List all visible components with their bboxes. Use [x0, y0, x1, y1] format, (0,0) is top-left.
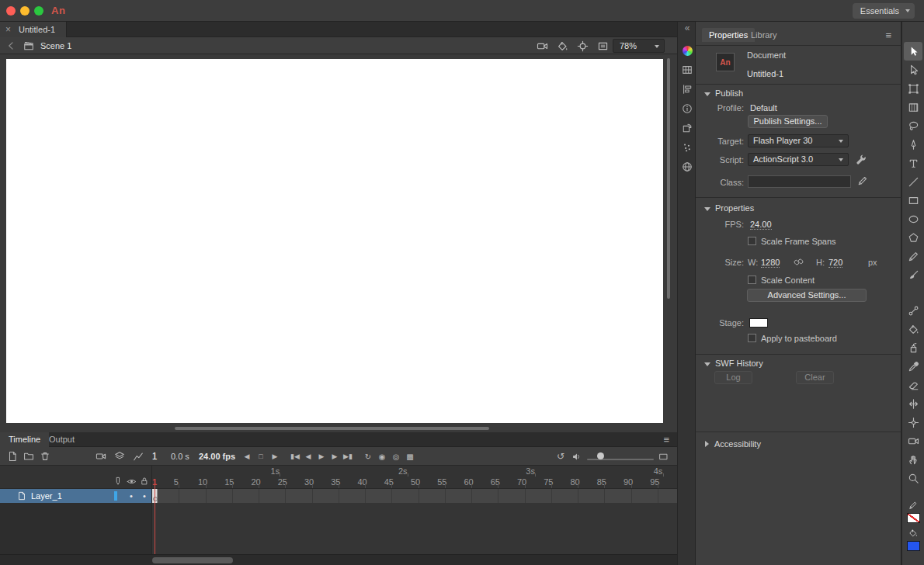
graph-editor-icon[interactable]	[132, 450, 144, 463]
prev-keyframe-icon[interactable]: ◀	[241, 450, 253, 463]
lasso-tool[interactable]	[904, 116, 922, 135]
polystar-tool[interactable]	[904, 228, 922, 247]
workspace-switcher-button[interactable]: Essentials	[853, 3, 915, 19]
scrollbar-thumb[interactable]	[175, 427, 489, 430]
minimize-window-icon[interactable]	[20, 6, 30, 16]
layer-lock-dot[interactable]: •	[140, 489, 149, 503]
stage-vertical-scrollbar[interactable]	[665, 54, 672, 423]
timeline-zoom-slider[interactable]	[587, 459, 654, 460]
close-tab-icon[interactable]: ×	[5, 22, 11, 37]
next-keyframe-icon[interactable]: ▶	[269, 450, 281, 463]
layer-visibility-dot[interactable]: •	[127, 489, 136, 503]
camera-toggle-icon[interactable]	[536, 40, 548, 52]
edit-multiple-frames-icon[interactable]: ▩	[404, 450, 416, 463]
highlight-column-icon[interactable]	[113, 476, 123, 487]
new-folder-icon[interactable]	[23, 450, 35, 463]
playhead-frame-label[interactable]: 1	[152, 477, 157, 487]
camera-tool[interactable]	[904, 432, 922, 450]
scrollbar-thumb[interactable]	[667, 58, 670, 299]
go-first-frame-icon[interactable]: ▮◀	[289, 450, 301, 463]
onion-skin-icon[interactable]: ◉	[376, 450, 388, 463]
zoom-tool[interactable]	[904, 469, 922, 487]
timeline-sound-icon[interactable]	[570, 450, 582, 463]
link-width-height-icon[interactable]	[794, 257, 804, 268]
loop-icon[interactable]: ↻	[362, 450, 374, 463]
clip-content-icon[interactable]	[596, 40, 609, 52]
hand-tool[interactable]	[904, 450, 922, 469]
timeline-zoom-slider-knob[interactable]	[597, 452, 604, 459]
cc-libraries-panel-icon[interactable]	[678, 158, 696, 175]
selection-tool[interactable]	[904, 42, 922, 61]
layer-row[interactable]: Layer_1 • •	[0, 489, 152, 503]
ink-bottle-tool[interactable]	[904, 338, 922, 357]
accessibility-section-header[interactable]: Accessibility	[696, 438, 901, 450]
gradient-transform-tool[interactable]	[904, 98, 922, 116]
play-icon[interactable]: ▶	[315, 450, 328, 463]
lock-column-icon[interactable]	[139, 476, 150, 487]
eyedropper-tool[interactable]	[904, 357, 922, 376]
stage-color-swatch[interactable]	[749, 318, 768, 328]
stage-horizontal-scrollbar[interactable]	[0, 425, 664, 432]
reset-timeline-zoom-icon[interactable]: ↺	[554, 450, 567, 463]
swf-log-button[interactable]: Log	[714, 371, 752, 384]
transform-panel-icon[interactable]	[678, 120, 696, 137]
tab-library[interactable]: Library	[744, 28, 784, 42]
layer-highlight-swatch[interactable]	[114, 491, 117, 501]
target-select[interactable]: Flash Player 30	[748, 134, 849, 147]
stage-pasteboard[interactable]	[0, 54, 677, 432]
align-panel-icon[interactable]	[678, 81, 696, 98]
oval-tool[interactable]	[904, 210, 922, 228]
step-back-icon[interactable]: ◀	[302, 450, 314, 463]
stage-canvas[interactable]	[6, 59, 663, 423]
pen-tool[interactable]	[904, 135, 922, 154]
stroke-color-swatch[interactable]	[907, 513, 920, 523]
class-input[interactable]	[748, 175, 851, 188]
delete-layer-icon[interactable]	[39, 450, 51, 463]
width-tool[interactable]	[904, 394, 922, 413]
script-settings-wrench-icon[interactable]	[856, 154, 867, 165]
timeline-panel-menu-icon[interactable]: ≡	[663, 434, 669, 445]
swf-clear-button[interactable]: Clear	[796, 371, 834, 384]
tab-output[interactable]: Output	[40, 432, 83, 447]
swatches-panel-icon[interactable]	[678, 61, 696, 78]
scale-content-checkbox[interactable]	[748, 276, 756, 284]
properties-section-header[interactable]: Properties	[696, 202, 901, 214]
bone-tool[interactable]	[904, 301, 922, 320]
rectangle-tool[interactable]	[904, 191, 922, 210]
brush-library-panel-icon[interactable]	[678, 139, 696, 156]
width-value[interactable]: 1280	[761, 257, 780, 268]
expand-panels-icon[interactable]: «	[678, 22, 696, 34]
asset-warp-tool[interactable]	[904, 413, 922, 432]
timeline-ruler[interactable]: 1s2s3s4s51015202530354045505560657075808…	[152, 466, 677, 489]
add-camera-icon[interactable]	[95, 450, 107, 463]
document-tab[interactable]: × Untitled-1	[0, 22, 67, 37]
brush-tool[interactable]	[904, 265, 922, 284]
swf-history-section-header[interactable]: SWF History	[696, 357, 901, 369]
zoom-window-icon[interactable]	[34, 6, 43, 16]
advanced-settings-button[interactable]: Advanced Settings...	[747, 289, 867, 302]
layer-parenting-icon[interactable]	[113, 450, 126, 463]
free-transform-tool[interactable]	[904, 79, 922, 98]
scale-frame-spans-checkbox[interactable]	[748, 237, 756, 245]
layer-frames-row[interactable]	[152, 489, 677, 503]
close-window-icon[interactable]	[6, 6, 16, 16]
apply-pasteboard-checkbox[interactable]	[748, 334, 756, 342]
publish-settings-button[interactable]: Publish Settings...	[748, 115, 828, 128]
line-tool[interactable]	[904, 172, 922, 191]
timeline-horizontal-scrollbar[interactable]	[0, 554, 677, 565]
info-panel-icon[interactable]	[678, 100, 696, 117]
back-arrow-icon[interactable]	[5, 40, 17, 52]
show-hide-column-eye-icon[interactable]	[126, 476, 137, 487]
scrollbar-thumb[interactable]	[152, 557, 233, 563]
script-select[interactable]: ActionScript 3.0	[748, 153, 849, 166]
fill-color-swatch[interactable]	[907, 541, 920, 551]
go-last-frame-icon[interactable]: ▶▮	[342, 450, 354, 463]
eraser-tool[interactable]	[904, 376, 922, 394]
color-panel-icon[interactable]	[678, 42, 696, 59]
step-forward-icon[interactable]: ▶	[328, 450, 341, 463]
frame-rate-indicator[interactable]: 24.00 fps	[199, 451, 235, 462]
frame-view-icon[interactable]	[657, 450, 669, 463]
pencil-tool[interactable]	[904, 247, 922, 265]
stage-fill-icon[interactable]	[556, 40, 568, 52]
publish-section-header[interactable]: Publish	[696, 87, 901, 99]
